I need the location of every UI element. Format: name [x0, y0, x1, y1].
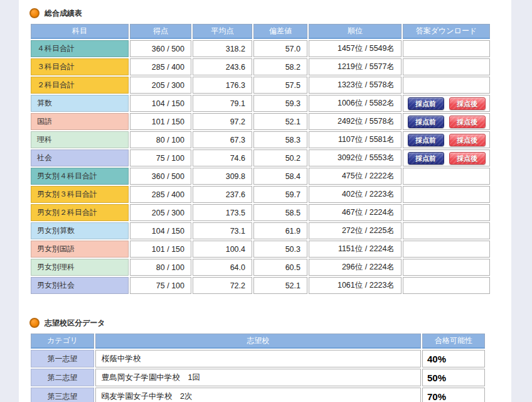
score-cell: 80 / 100 — [130, 259, 191, 276]
average-cell: 64.0 — [193, 259, 252, 276]
subject-label: 国語 — [31, 113, 129, 130]
subject-label: 男女別４科目合計 — [31, 168, 129, 185]
content-panel: 総合成績表 科目得点平均点偏差値順位答案ダウンロード ４科目合計360 / 50… — [19, 0, 511, 402]
pre-scoring-button[interactable]: 採点前 — [408, 134, 444, 146]
subject-label: ３科目合計 — [31, 58, 129, 75]
col-header-download: 答案ダウンロード — [403, 24, 490, 39]
category-cell: 第二志望 — [31, 369, 94, 386]
pre-scoring-button[interactable]: 採点前 — [408, 116, 444, 128]
deviation-cell: 57.0 — [253, 40, 307, 57]
results-header-row: 科目得点平均点偏差値順位答案ダウンロード — [31, 24, 490, 39]
post-scoring-button[interactable]: 採点後 — [449, 134, 486, 146]
post-scoring-button[interactable]: 採点後 — [449, 97, 486, 110]
result-row: 男女別国語101 / 150100.450.31151位 / 2224名 — [31, 241, 490, 258]
rank-cell: 1107位 / 5581名 — [309, 131, 402, 148]
section1-header: 総合成績表 — [29, 8, 511, 18]
subject-label: 理科 — [31, 131, 129, 148]
col-header-average: 平均点 — [193, 24, 252, 39]
col-header-category: カテゴリ — [31, 334, 94, 349]
deviation-cell: 58.5 — [253, 204, 307, 221]
subject-label: ２科目合計 — [31, 77, 129, 94]
answer-download-cell — [403, 222, 490, 239]
answer-download-cell — [403, 241, 490, 258]
rank-cell: 2492位 / 5578名 — [309, 113, 402, 130]
possibility-cell: 70% — [422, 388, 485, 402]
pre-scoring-button[interactable]: 採点前 — [408, 152, 444, 165]
col-header-deviation: 偏差値 — [253, 24, 307, 39]
average-cell: 176.3 — [193, 77, 252, 94]
deviation-cell: 58.2 — [253, 58, 307, 75]
subject-label: 男女別３科目合計 — [31, 186, 129, 203]
result-row: 男女別３科目合計285 / 400237.659.7402位 / 2223名 — [31, 186, 490, 203]
score-cell: 360 / 500 — [130, 40, 191, 57]
answer-download-cell: 採点前採点後 — [403, 95, 490, 112]
subject-label: ４科目合計 — [31, 40, 129, 57]
overall-results-table: 科目得点平均点偏差値順位答案ダウンロード ４科目合計360 / 500318.2… — [29, 23, 491, 295]
col-header-subject: 科目 — [31, 24, 129, 39]
result-row: 男女別２科目合計205 / 300173.558.5467位 / 2224名 — [31, 204, 490, 221]
answer-download-cell — [403, 168, 490, 185]
average-cell: 173.5 — [193, 204, 252, 221]
result-row: 男女別４科目合計360 / 500309.858.4475位 / 2222名 — [31, 168, 490, 185]
average-cell: 79.1 — [193, 95, 252, 112]
rank-cell: 1151位 / 2224名 — [309, 241, 402, 258]
answer-download-cell — [403, 204, 490, 221]
result-row: 算数104 / 15079.159.31006位 / 5582名採点前採点後 — [31, 95, 490, 112]
result-row: 理科80 / 10067.358.31107位 / 5581名採点前採点後 — [31, 131, 490, 148]
post-scoring-button[interactable]: 採点後 — [449, 116, 486, 128]
average-cell: 243.6 — [193, 58, 252, 75]
answer-download-cell: 採点前採点後 — [403, 131, 490, 148]
school-cell: 鴎友学園女子中学校 2次 — [95, 388, 421, 402]
preference-header-row: カテゴリ志望校合格可能性 — [31, 334, 485, 349]
rank-cell: 296位 / 2224名 — [309, 259, 402, 276]
deviation-cell: 50.2 — [253, 149, 307, 166]
answer-download-cell — [403, 58, 490, 75]
score-cell: 75 / 100 — [130, 277, 191, 294]
result-row: ２科目合計205 / 300176.357.51323位 / 5578名 — [31, 77, 490, 94]
subject-label: 算数 — [31, 95, 129, 112]
result-row: 男女別理科80 / 10064.060.5296位 / 2224名 — [31, 259, 490, 276]
rank-cell: 1061位 / 2223名 — [309, 277, 402, 294]
rank-cell: 402位 / 2223名 — [309, 186, 402, 203]
col-header-score: 得点 — [130, 24, 191, 39]
col-header-possibility: 合格可能性 — [422, 334, 485, 349]
rank-cell: 1323位 / 5578名 — [309, 77, 402, 94]
answer-download-cell — [403, 186, 490, 203]
subject-label: 男女別算数 — [31, 222, 129, 239]
possibility-cell: 50% — [422, 369, 485, 386]
average-cell: 237.6 — [193, 186, 252, 203]
average-cell: 67.3 — [193, 131, 252, 148]
preference-row: 第二志望豊島岡女子学園中学校 1回50% — [31, 369, 485, 386]
score-cell: 205 / 300 — [130, 77, 191, 94]
average-cell: 72.2 — [193, 277, 252, 294]
rank-cell: 475位 / 2222名 — [309, 168, 402, 185]
result-row: ３科目合計285 / 400243.658.21219位 / 5577名 — [31, 58, 490, 75]
average-cell: 100.4 — [193, 241, 252, 258]
subject-label: 男女別社会 — [31, 277, 129, 294]
subject-label: 社会 — [31, 149, 129, 166]
section-bullet-icon — [29, 318, 40, 328]
pre-scoring-button[interactable]: 採点前 — [408, 97, 444, 110]
post-scoring-button[interactable]: 採点後 — [449, 152, 486, 165]
section1-title: 総合成績表 — [45, 8, 82, 19]
subject-label: 男女別国語 — [31, 241, 129, 258]
deviation-cell: 61.9 — [253, 222, 307, 239]
answer-download-cell — [403, 259, 490, 276]
deviation-cell: 50.3 — [253, 241, 307, 258]
deviation-cell: 58.3 — [253, 131, 307, 148]
score-cell: 285 / 400 — [130, 58, 191, 75]
subject-label: 男女別理科 — [31, 259, 129, 276]
result-row: 社会75 / 10074.650.23092位 / 5553名採点前採点後 — [31, 149, 490, 166]
category-cell: 第一志望 — [31, 350, 94, 367]
result-row: ４科目合計360 / 500318.257.01457位 / 5549名 — [31, 40, 490, 57]
school-cell: 豊島岡女子学園中学校 1回 — [95, 369, 421, 386]
answer-download-cell: 採点前採点後 — [403, 149, 490, 166]
rank-cell: 3092位 / 5553名 — [309, 149, 402, 166]
subject-label: 男女別２科目合計 — [31, 204, 129, 221]
average-cell: 309.8 — [193, 168, 252, 185]
rank-cell: 1006位 / 5582名 — [309, 95, 402, 112]
preference-row: 第三志望鴎友学園女子中学校 2次70% — [31, 388, 485, 402]
score-cell: 101 / 150 — [130, 241, 191, 258]
possibility-cell: 40% — [422, 350, 485, 367]
section2-title: 志望校区分データ — [45, 318, 105, 329]
